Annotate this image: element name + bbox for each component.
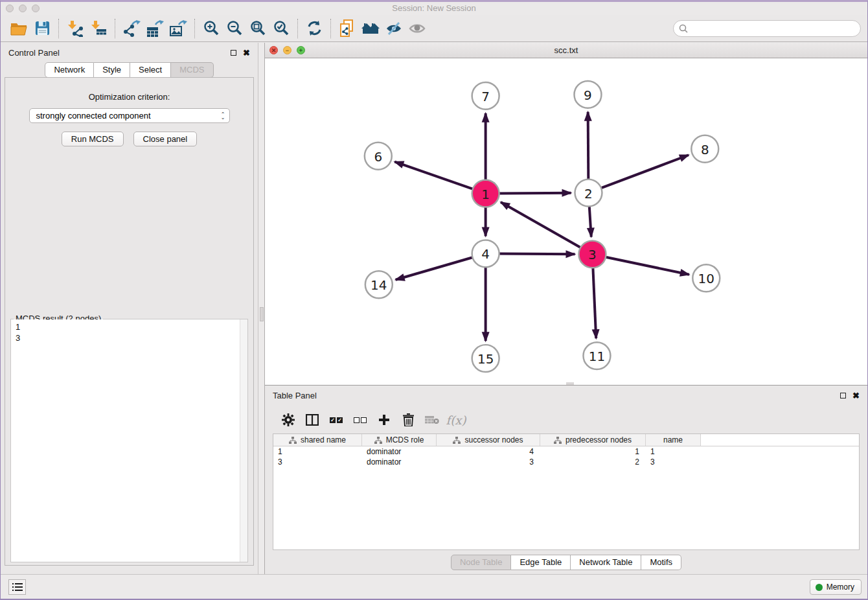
table-tab-network-table[interactable]: Network Table <box>571 555 641 570</box>
graph-node-11[interactable]: 11 <box>583 342 610 369</box>
panel-splitter[interactable] <box>258 43 265 574</box>
criterion-select[interactable]: strongly connected component ⌃⌄ <box>29 108 230 123</box>
table-cell[interactable]: dominator <box>362 457 437 467</box>
table-tab-node-table[interactable]: Node Table <box>451 555 512 570</box>
graph-node-10[interactable]: 10 <box>692 264 720 292</box>
graph-node-label: 10 <box>698 271 714 286</box>
delete-trash-icon[interactable] <box>399 411 417 428</box>
application-window: Session: New Session <box>0 0 868 600</box>
graph-edge-3-11[interactable] <box>593 268 596 338</box>
graph-node-6[interactable]: 6 <box>365 143 392 170</box>
table-panel: Table Panel ✖ ✓✓ <box>265 386 867 574</box>
table-cell[interactable]: dominator <box>362 446 437 457</box>
table-cell[interactable]: 1 <box>646 446 701 457</box>
new-network-from-selection-icon[interactable] <box>336 18 359 39</box>
main-toolbar <box>1 15 867 42</box>
memory-button[interactable]: Memory <box>810 579 862 595</box>
graph-node-2[interactable]: 2 <box>575 179 602 207</box>
float-table-panel-icon[interactable] <box>840 393 846 398</box>
graph-edge-3-10[interactable] <box>606 257 689 275</box>
optimization-criterion-label: Optimization criterion: <box>5 92 253 102</box>
graph-node-7[interactable]: 7 <box>472 82 499 110</box>
graph-node-label: 2 <box>584 186 593 202</box>
table-cell[interactable]: 2 <box>540 457 646 467</box>
graph-node-14[interactable]: 14 <box>365 271 393 298</box>
graph-node-label: 14 <box>371 277 387 293</box>
table-cell[interactable]: 1 <box>540 446 646 457</box>
graph-node-4[interactable]: 4 <box>472 240 499 267</box>
graph-node-15[interactable]: 15 <box>472 345 499 372</box>
add-column-plus-icon[interactable] <box>375 411 393 428</box>
tab-mcds[interactable]: MCDS <box>171 62 213 78</box>
column-header-MCDS-role[interactable]: MCDS role <box>362 434 437 446</box>
tab-select[interactable]: Select <box>130 62 171 78</box>
close-table-panel-icon[interactable]: ✖ <box>852 391 860 400</box>
run-mcds-button[interactable]: Run MCDS <box>62 132 124 146</box>
graph-node-8[interactable]: 8 <box>691 135 718 163</box>
canvas-splitter-grip[interactable] <box>566 382 574 385</box>
save-icon[interactable] <box>30 18 54 39</box>
table-cell[interactable]: 4 <box>437 446 540 457</box>
table-cell[interactable]: 1 <box>273 446 362 457</box>
column-header-successor-nodes[interactable]: successor nodes <box>437 434 540 446</box>
graph-edge-4-14[interactable] <box>396 257 473 280</box>
float-panel-icon[interactable] <box>231 50 236 56</box>
graph-edge-3-1[interactable] <box>501 202 580 248</box>
table-cell[interactable]: 3 <box>646 457 701 467</box>
graph-edge-4-3[interactable] <box>499 254 575 255</box>
close-panel-icon[interactable]: ✖ <box>243 49 250 57</box>
home-icon[interactable] <box>359 18 382 39</box>
graph-node-9[interactable]: 9 <box>574 81 601 108</box>
graph-node-label: 11 <box>589 349 605 364</box>
hide-selected-eye-slash-icon[interactable] <box>382 18 405 39</box>
mcds-tab-content: Optimization criterion: strongly connect… <box>5 77 254 566</box>
search-input[interactable] <box>691 23 855 33</box>
table-panel-title: Table Panel <box>273 391 317 400</box>
control-panel: Control Panel ✖ NetworkStyleSelectMCDS O… <box>1 43 258 574</box>
close-panel-button[interactable]: Close panel <box>133 132 198 146</box>
table-panel-tabs: Node TableEdge TableNetwork TableMotifs <box>451 555 681 570</box>
graph-edge-1-6[interactable] <box>394 162 473 189</box>
table-cell[interactable]: 3 <box>273 457 362 467</box>
mcds-result-text[interactable]: 1 3 <box>11 319 240 562</box>
zoom-selected-icon[interactable] <box>269 18 293 39</box>
export-network-icon[interactable] <box>120 18 143 39</box>
column-header-name[interactable]: name <box>646 434 701 446</box>
function-builder-icon: f(x) <box>447 411 465 428</box>
graph-node-3[interactable]: 3 <box>578 240 606 268</box>
column-header-shared-name[interactable]: shared name <box>273 434 362 446</box>
show-hidden-eye-icon[interactable] <box>405 18 429 39</box>
graph-edge-2-8[interactable] <box>601 155 689 188</box>
refresh-icon[interactable] <box>303 18 326 39</box>
splitter-grip-icon[interactable] <box>260 307 264 321</box>
zoom-fit-icon[interactable] <box>246 18 269 39</box>
tab-network[interactable]: Network <box>45 62 94 78</box>
network-canvas[interactable]: 7968124314101511 <box>265 58 867 385</box>
task-history-button[interactable] <box>8 579 26 595</box>
table-tab-motifs[interactable]: Motifs <box>641 555 681 570</box>
import-table-icon[interactable] <box>87 18 110 39</box>
table-cell[interactable]: 3 <box>437 457 540 467</box>
tab-style[interactable]: Style <box>94 62 130 78</box>
network-window-title: scc.txt <box>265 45 867 55</box>
export-table-icon[interactable] <box>143 18 166 39</box>
graph-node-1[interactable]: 1 <box>472 180 499 207</box>
table-tab-edge-table[interactable]: Edge Table <box>511 555 571 570</box>
table-settings-gear-icon[interactable] <box>279 411 297 428</box>
zoom-out-icon[interactable] <box>223 18 246 39</box>
zoom-in-icon[interactable] <box>200 18 223 39</box>
graph-edge-2-3[interactable] <box>589 207 591 237</box>
table-row[interactable]: 3dominator323 <box>273 457 859 467</box>
import-network-icon[interactable] <box>63 18 87 39</box>
table-row[interactable]: 1dominator411 <box>273 446 859 457</box>
graph-edge-2-9[interactable] <box>588 112 589 179</box>
graph-edge-1-2[interactable] <box>499 193 571 194</box>
mcds-result-box: MCDS result (2 nodes) 1 3 <box>10 319 248 562</box>
show-columns-icon[interactable] <box>303 411 321 428</box>
open-folder-icon[interactable] <box>7 18 30 39</box>
deselect-all-icon[interactable] <box>351 411 369 428</box>
result-scrollbar[interactable] <box>240 319 247 562</box>
select-all-icon[interactable]: ✓✓ <box>327 411 345 428</box>
column-header-predecessor-nodes[interactable]: predecessor nodes <box>540 434 646 446</box>
export-image-icon[interactable] <box>166 18 190 39</box>
